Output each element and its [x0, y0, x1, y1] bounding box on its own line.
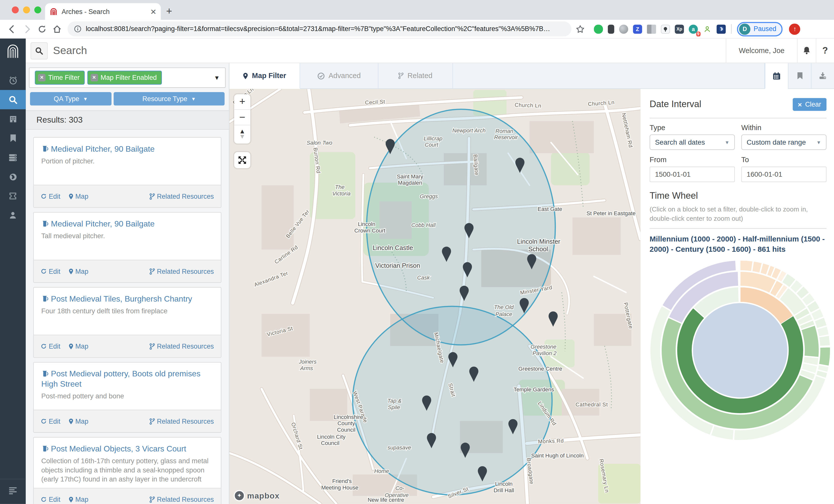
remove-filter-icon[interactable]: × — [38, 74, 46, 81]
sidebar-item-map-layers[interactable] — [0, 186, 26, 206]
edit-link[interactable]: Edit — [41, 496, 60, 504]
result-description: Four 18th century delft tiles from firep… — [41, 307, 213, 316]
map-link[interactable]: Map — [68, 268, 88, 275]
sidebar-item-bookmarks[interactable] — [0, 129, 26, 148]
window-controls[interactable] — [12, 6, 41, 14]
zoom-out-button[interactable]: − — [234, 110, 250, 125]
result-title-link[interactable]: Medieval Pitcher, 90 Bailgate — [41, 144, 213, 154]
address-bar[interactable]: localhost:8081/search?paging-filter=1&fo… — [68, 22, 572, 37]
minimize-window-button[interactable] — [23, 6, 30, 14]
sidebar-menu-toggle[interactable] — [0, 479, 26, 504]
map-link[interactable]: Map — [68, 496, 88, 504]
arches-logo[interactable] — [0, 39, 26, 63]
extension-grid-icon[interactable] — [647, 24, 656, 33]
date-type-select[interactable]: Search all dates ▼ — [650, 134, 735, 150]
tab-label: Map Filter — [252, 72, 286, 80]
tab-map-filter[interactable]: Map Filter — [229, 63, 300, 89]
extension-person-icon[interactable] — [703, 24, 712, 33]
new-tab-button[interactable]: + — [166, 5, 172, 17]
notifications-button[interactable] — [797, 38, 816, 63]
profile-chip[interactable]: D Paused — [737, 22, 783, 36]
related-resources-link[interactable]: Related Resources — [149, 192, 214, 200]
from-date-input[interactable] — [650, 167, 735, 182]
extension-z-icon[interactable]: Z — [633, 24, 642, 33]
related-resources-link[interactable]: Related Resources — [149, 496, 214, 504]
clear-filter-button[interactable]: × Clear — [792, 98, 827, 111]
tab-close-icon[interactable]: ✕ — [150, 8, 156, 15]
related-resources-link[interactable]: Related Resources — [149, 268, 214, 275]
close-window-button[interactable] — [12, 6, 19, 14]
tab-saved-searches[interactable] — [788, 63, 811, 89]
qa-type-button[interactable]: QA Type▼ — [30, 92, 111, 106]
compass-control[interactable]: ▲▼ — [234, 125, 250, 144]
reload-button[interactable] — [35, 23, 48, 35]
extension-sphere-icon[interactable] — [619, 24, 628, 33]
tabbar-filler — [453, 63, 765, 89]
remove-filter-icon[interactable]: × — [90, 74, 98, 81]
tab-export[interactable] — [811, 63, 834, 89]
results-list[interactable]: Medieval Pitcher, 90 Bailgate Portion of… — [26, 130, 229, 504]
site-info-icon[interactable] — [74, 25, 81, 33]
zoom-in-button[interactable]: + — [234, 94, 250, 110]
extension-globe-icon[interactable] — [717, 24, 726, 33]
bookmark-star-icon[interactable] — [573, 23, 586, 35]
extension-device-icon[interactable] — [608, 24, 614, 33]
active-filters-box[interactable]: × Time Filter × Map Filter Enabled ▼ — [29, 68, 226, 88]
edit-link[interactable]: Edit — [41, 343, 60, 350]
tab-related[interactable]: Related — [378, 63, 453, 89]
tab-time-filter[interactable] — [765, 63, 788, 89]
resource-type-button[interactable]: Resource Type▼ — [114, 92, 225, 106]
sidebar-item-recent[interactable] — [0, 71, 26, 90]
date-within-select[interactable]: Custom date range ▼ — [741, 134, 827, 150]
edit-link[interactable]: Edit — [41, 417, 60, 425]
result-title-link[interactable]: Post Medieval Objects, 3 Vicars Court — [41, 444, 213, 454]
filters-dropdown-caret[interactable]: ▼ — [214, 74, 220, 81]
extension-evernote-icon[interactable] — [594, 24, 603, 33]
sidebar-item-profile[interactable] — [0, 206, 26, 225]
result-title-link[interactable]: Medieval Pitcher, 90 Bailgate — [41, 219, 213, 229]
edit-link[interactable]: Edit — [41, 268, 60, 275]
time-wheel-chart[interactable] — [648, 257, 827, 445]
result-title-link[interactable]: Post Medieval Tiles, Burghersh Chantry — [41, 294, 213, 304]
edit-link[interactable]: Edit — [41, 192, 60, 200]
maximize-window-button[interactable] — [34, 6, 41, 14]
browser-update-icon[interactable]: ↑ — [789, 23, 800, 35]
sidebar-item-globe[interactable] — [0, 167, 26, 186]
filter-chip-time[interactable]: × Time Filter — [35, 71, 84, 85]
browser-tab[interactable]: Arches - Search ✕ — [45, 3, 161, 20]
sidebar-item-search[interactable] — [0, 90, 26, 109]
related-resources-link[interactable]: Related Resources — [149, 417, 214, 425]
map-link[interactable]: Map — [68, 417, 88, 425]
home-button[interactable] — [50, 23, 63, 35]
timewheel-center[interactable] — [693, 303, 787, 397]
search-icon-box[interactable] — [30, 42, 48, 59]
map-pan-button[interactable] — [234, 152, 250, 168]
map-link[interactable]: Map — [68, 343, 88, 350]
sunburst-svg[interactable] — [648, 257, 833, 443]
map-canvas[interactable]: Rasen LnCecil StChurch LnChurch LnNettle… — [229, 89, 640, 504]
mapbox-attribution[interactable]: ✦ mapbox — [234, 490, 280, 501]
filter-chip-map[interactable]: × Map Filter Enabled — [87, 71, 161, 85]
extension-xp-icon[interactable]: Xp — [675, 24, 684, 33]
timewheel-segment[interactable] — [819, 347, 831, 366]
timewheel-segment[interactable] — [752, 261, 762, 273]
map-link[interactable]: Map — [68, 192, 88, 200]
to-date-input[interactable] — [741, 167, 827, 182]
tab-advanced[interactable]: Advanced — [300, 63, 378, 89]
search-input[interactable]: Search — [53, 45, 726, 57]
back-button[interactable] — [5, 23, 18, 35]
sidebar-item-resources[interactable] — [0, 109, 26, 129]
timewheel-segment[interactable] — [740, 260, 753, 271]
result-title-link[interactable]: Post Medieval pottery, Boots old premise… — [41, 369, 213, 389]
extension-archweb-icon[interactable]: a9 — [689, 24, 698, 33]
map-label: Lillicrap — [424, 135, 442, 142]
help-button[interactable]: ? — [816, 38, 834, 63]
sidebar-item-database[interactable] — [0, 148, 26, 167]
related-resources-link[interactable]: Related Resources — [149, 343, 214, 350]
extension-geojson-icon[interactable] — [661, 24, 670, 33]
forward-button[interactable] — [20, 23, 33, 35]
map-label: Greestone — [531, 344, 556, 350]
timewheel-segment[interactable] — [819, 336, 830, 346]
timewheel-segment[interactable] — [801, 325, 819, 357]
user-menu[interactable]: Welcome, Joe — [726, 38, 797, 63]
